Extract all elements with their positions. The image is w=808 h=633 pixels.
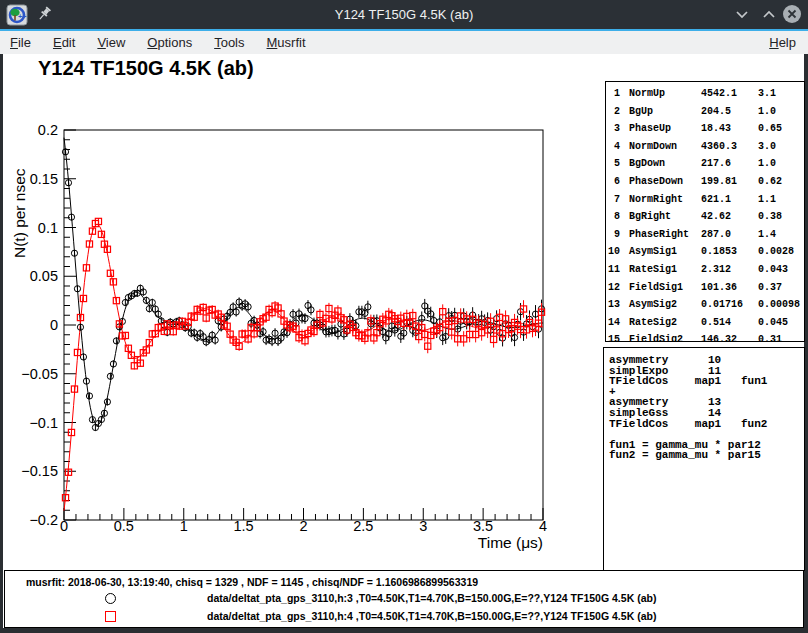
param-pi: 7 (606, 191, 620, 209)
param-row: 12FieldSig1101.360.37 (606, 279, 804, 297)
menu-item-options[interactable]: Options (147, 31, 192, 54)
svg-text:−0.05: −0.05 (21, 366, 58, 382)
param-pn: FieldSig2 (629, 331, 701, 342)
param-pv: 0.1853 (701, 243, 758, 261)
param-pe: 0.00098 (758, 296, 804, 314)
param-row: 11RateSig12.3120.043 (606, 261, 804, 279)
svg-text:−0.1: −0.1 (29, 415, 58, 431)
param-row: 7NormRight621.11.1 (606, 191, 804, 209)
svg-text:0.2: 0.2 (38, 122, 58, 138)
param-pv: 146.32 (701, 331, 758, 342)
param-pv: 4542.1 (701, 85, 758, 103)
param-pn: BgRight (629, 208, 701, 226)
param-pi: 13 (606, 296, 620, 314)
param-row: 1NormUp4542.13.1 (606, 85, 804, 103)
legend-label: data/deltat_pta_gps_3110,h:4 ,T0=4.50K,T… (207, 610, 656, 622)
svg-text:1: 1 (180, 518, 188, 534)
svg-text:3: 3 (419, 518, 427, 534)
param-pi: 5 (606, 155, 620, 173)
root-canvas[interactable]: Y124 TF150G 4.5K (ab) 0.20.150.10.050−0.… (0, 54, 808, 633)
menu-item-help[interactable]: Help (769, 31, 796, 54)
param-pi: 6 (606, 173, 620, 191)
maximize-button[interactable] (758, 4, 780, 26)
legend-entry: data/deltat_pta_gps_3110,h:3 ,T0=4.50K,T… (5, 592, 803, 606)
param-pi: 8 (606, 208, 620, 226)
param-row: 10AsymSig10.18530.0028 (606, 243, 804, 261)
param-row: 3PhaseUp18.430.65 (606, 120, 804, 138)
param-pe: 1.0 (758, 103, 804, 121)
param-pi: 11 (606, 261, 620, 279)
param-pv: 0.01716 (701, 296, 758, 314)
series-open-circle (62, 149, 544, 431)
param-pi: 4 (606, 138, 620, 156)
menu-item-file[interactable]: File (10, 31, 31, 54)
param-pv: 199.81 (701, 173, 758, 191)
chevron-up-icon (758, 4, 780, 26)
menu-item-view[interactable]: View (97, 31, 125, 54)
param-pv: 2.312 (701, 261, 758, 279)
param-row: 4NormDown4360.33.0 (606, 138, 804, 156)
param-pi: 3 (606, 120, 620, 138)
param-pv: 4360.3 (701, 138, 758, 156)
menu-item-musrfit[interactable]: Musrfit (267, 31, 306, 54)
svg-text:0: 0 (60, 518, 68, 534)
param-pv: 204.5 (701, 103, 758, 121)
param-row: 2BgUp204.51.0 (606, 103, 804, 121)
param-pi: 2 (606, 103, 620, 121)
plot-pad[interactable]: 0.20.150.10.050−0.05−0.1−0.15−0.200.511.… (3, 54, 603, 570)
x-axis-title: Time (μs) (478, 534, 543, 551)
param-pn: RateSig2 (629, 314, 701, 332)
close-button[interactable] (781, 3, 803, 25)
param-pv: 0.514 (701, 314, 758, 332)
param-pe: 0.31 (758, 331, 804, 342)
param-pi: 9 (606, 226, 620, 244)
menu-item-tools[interactable]: Tools (214, 31, 244, 54)
param-pe: 0.65 (758, 120, 804, 138)
param-pn: NormRight (629, 191, 701, 209)
param-pe: 3.1 (758, 85, 804, 103)
param-pi: 14 (606, 314, 620, 332)
param-pe: 3.0 (758, 138, 804, 156)
theory-box[interactable]: asymmetry 10 simplExpo 11 TFieldCos map1… (603, 347, 805, 571)
fit-parameters-box[interactable]: 1NormUp4542.13.12BgUp204.51.03PhaseUp18.… (605, 81, 805, 342)
param-pi: 15 (606, 331, 620, 342)
param-row: 15FieldSig2146.320.31 (606, 331, 804, 342)
plot-frame (64, 130, 543, 520)
param-pn: AsymSig1 (629, 243, 701, 261)
param-pn: PhaseUp (629, 120, 701, 138)
param-pn: AsymSig2 (629, 296, 701, 314)
svg-text:0.1: 0.1 (38, 220, 58, 236)
param-pv: 18.43 (701, 120, 758, 138)
param-pe: 0.043 (758, 261, 804, 279)
menu-item-edit[interactable]: Edit (53, 31, 75, 54)
titlebar: ++ Y124 TF150G 4.5K (ab) (0, 0, 808, 29)
param-pn: PhaseDown (629, 173, 701, 191)
param-pn: BgDown (629, 155, 701, 173)
svg-text:−0.15: −0.15 (21, 463, 58, 479)
param-pe: 0.045 (758, 314, 804, 332)
param-pi: 1 (606, 85, 620, 103)
fit-curve (64, 138, 543, 425)
param-pe: 0.62 (758, 173, 804, 191)
open-circle-icon (105, 593, 116, 604)
series-open-square (62, 218, 544, 501)
param-pi: 12 (606, 279, 620, 297)
param-row: 5BgDown217.61.0 (606, 155, 804, 173)
svg-text:0.5: 0.5 (114, 518, 134, 534)
open-square-icon (105, 611, 116, 622)
window-title: Y124 TF150G 4.5K (ab) (0, 0, 808, 29)
param-pv: 42.62 (701, 208, 758, 226)
param-pv: 217.6 (701, 155, 758, 173)
param-pv: 621.1 (701, 191, 758, 209)
param-pn: NormDown (629, 138, 701, 156)
param-pi: 10 (606, 243, 620, 261)
legend-box[interactable]: musrfit: 2018-06-30, 13:19:40, chisq = 1… (4, 570, 804, 628)
fit-curve (64, 224, 543, 510)
chevron-down-icon (731, 4, 753, 26)
minimize-button[interactable] (731, 4, 753, 26)
param-pn: FieldSig1 (629, 279, 701, 297)
menubar: FileEditViewOptionsToolsMusrfit Help (0, 31, 808, 54)
circle-x-icon (781, 3, 803, 25)
param-row: 6PhaseDown199.810.62 (606, 173, 804, 191)
param-pe: 1.1 (758, 191, 804, 209)
